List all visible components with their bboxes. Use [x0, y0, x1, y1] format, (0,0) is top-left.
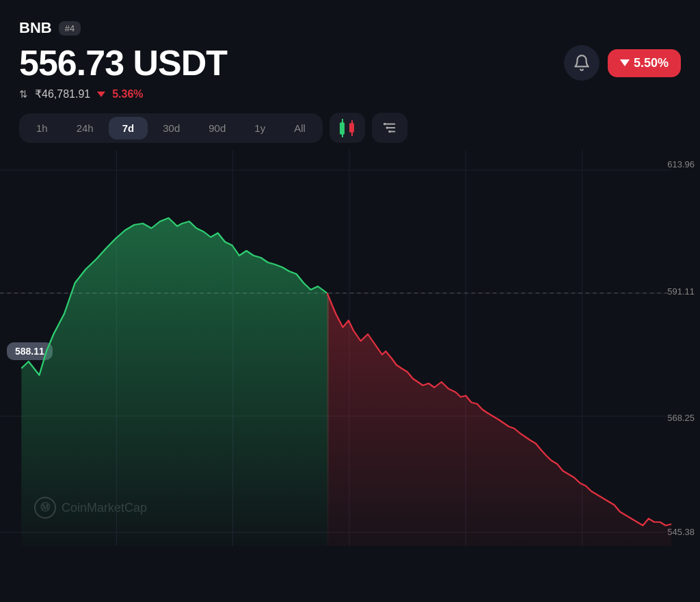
tab-24h[interactable]: 24h	[63, 117, 107, 139]
tab-1h[interactable]: 1h	[23, 117, 62, 139]
price-chart	[0, 150, 700, 560]
tab-30d[interactable]: 30d	[149, 117, 193, 139]
chart-type-button[interactable]	[329, 113, 365, 143]
tab-1y[interactable]: 1y	[241, 117, 279, 139]
timeframe-tabs-container: 1h 24h 7d 30d 90d 1y All	[19, 113, 323, 143]
tab-7d[interactable]: 7d	[109, 117, 148, 139]
down-arrow-icon	[620, 59, 630, 66]
filter-icon	[382, 120, 397, 135]
coin-symbol: BNB	[19, 19, 52, 37]
svg-marker-0	[97, 92, 105, 97]
filter-button[interactable]	[372, 113, 407, 143]
svg-point-5	[386, 126, 388, 129]
sub-change-percent: 5.36%	[112, 88, 143, 100]
sub-down-arrow-icon	[97, 90, 105, 98]
change-badge: 5.50%	[608, 49, 681, 77]
tab-90d[interactable]: 90d	[195, 117, 239, 139]
svg-point-6	[388, 131, 391, 133]
candlestick-icon	[340, 119, 354, 137]
rank-badge: #4	[59, 21, 81, 36]
svg-point-4	[383, 123, 386, 126]
bell-icon	[573, 54, 591, 72]
chart-area: 613.96 591.11 568.25 545.38 588.11 Ⓜ Coi…	[0, 150, 700, 560]
inr-price: ₹46,781.91	[35, 87, 90, 100]
change-percent: 5.50%	[634, 56, 669, 70]
exchange-arrows-icon: ⇅	[19, 88, 28, 100]
price-display: 556.73 USDT	[19, 42, 227, 83]
tab-all[interactable]: All	[280, 117, 319, 139]
bell-button[interactable]	[564, 45, 600, 81]
